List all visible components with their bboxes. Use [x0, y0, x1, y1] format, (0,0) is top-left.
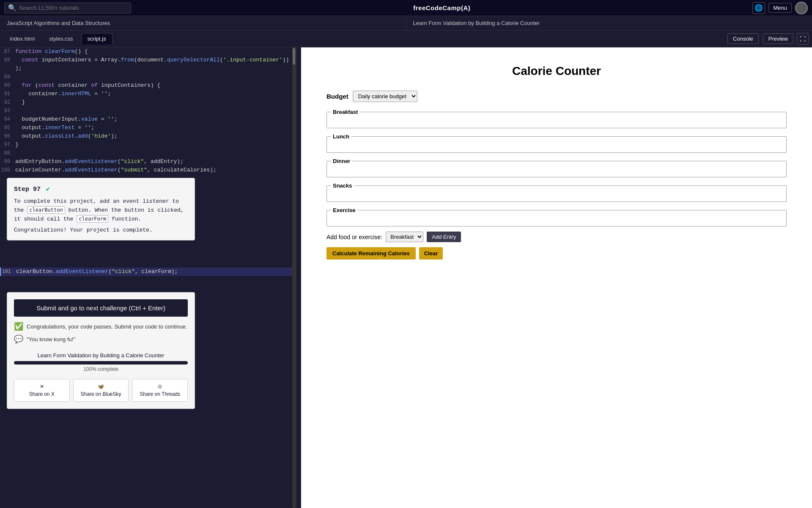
site-title: freeCodeCamp(A)	[135, 4, 748, 11]
progress-fill	[14, 361, 188, 364]
code-line-93: 93	[0, 107, 296, 115]
main-layout: 87 function clearForm() { 88 const input…	[0, 47, 812, 508]
action-buttons: Calculate Remaining Calories Clear	[326, 247, 787, 260]
code-line-94: 94 budgetNumberInput.value = '';	[0, 115, 296, 124]
bluesky-icon: 🦋	[98, 384, 104, 389]
budget-label: Budget	[326, 93, 348, 100]
exercise-fieldset: Exercise	[326, 207, 787, 226]
course-name-left: JavaScript Algorithms and Data Structure…	[0, 16, 406, 30]
share-x-label: Share on X	[29, 391, 55, 397]
tab-styles-css[interactable]: styles.css	[43, 33, 79, 44]
scrollbar-thumb	[293, 48, 295, 65]
share-threads-button[interactable]: ⊙ Share on Threads	[132, 379, 188, 402]
step-body: To complete this project, add an event l…	[14, 197, 188, 224]
share-threads-label: Share on Threads	[140, 391, 180, 397]
code-line-100: 100 calorieCounter.addEventListener("sub…	[0, 166, 296, 174]
code-line-88b: );	[0, 64, 296, 73]
dinner-fieldset: Dinner	[326, 158, 787, 177]
menu-button[interactable]: Menu	[768, 3, 792, 13]
add-entry-button[interactable]: Add Entry	[427, 232, 461, 242]
code-line-95: 95 output.innerText = '';	[0, 124, 296, 132]
code-line-89: 89	[0, 73, 296, 81]
breakfast-legend: Breakfast	[331, 109, 359, 115]
tab-index-html[interactable]: index.html	[3, 33, 41, 44]
budget-select[interactable]: Daily calorie budget	[353, 91, 417, 102]
congrats-text: Congratulations! Your project is complet…	[14, 227, 188, 233]
code-ref-clearbutton: clearButton	[27, 206, 65, 214]
code-line-92: 92 }	[0, 98, 296, 107]
clear-button[interactable]: Clear	[419, 247, 443, 260]
snacks-legend: Snacks	[331, 182, 354, 189]
progress-label: Learn Form Validation by Building a Calo…	[14, 352, 188, 359]
code-line-98: 98	[0, 149, 296, 157]
step-title: Step 97 ✔	[14, 185, 188, 193]
submit-panel: Submit and go to next challenge (Ctrl + …	[7, 292, 195, 409]
step-checkmark: ✔	[46, 186, 50, 193]
breakfast-fieldset: Breakfast	[326, 109, 787, 128]
preview-pane: Calorie Counter Budget Daily calorie bud…	[301, 47, 812, 508]
lunch-fieldset: Lunch	[326, 133, 787, 153]
pass-message: ✅ Congratulations, your code passes. Sub…	[14, 322, 188, 331]
progress-section: Learn Form Validation by Building a Calo…	[14, 352, 188, 372]
quote-message: 💬 "You know kung fu!"	[14, 334, 188, 344]
snacks-fieldset: Snacks	[326, 182, 787, 202]
lunch-legend: Lunch	[331, 133, 351, 140]
top-bar: 🔍 freeCodeCamp(A) 🌐 Menu	[0, 0, 812, 16]
x-icon: ✕	[40, 384, 44, 389]
search-input[interactable]	[19, 5, 127, 11]
share-buttons: ✕ Share on X 🦋 Share on BlueSky ⊙ Share …	[14, 379, 188, 402]
share-bluesky-label: Share on BlueSky	[80, 391, 121, 397]
code-ref-clearform: clearForm	[77, 215, 108, 223]
quote-icon: 💬	[14, 334, 23, 344]
expand-button[interactable]: ⛶	[797, 33, 809, 45]
submit-button[interactable]: Submit and go to next challenge (Ctrl + …	[14, 299, 188, 317]
code-line-88: 88 const inputContainers = Array.from(do…	[0, 56, 296, 64]
editor-pane: 87 function clearForm() { 88 const input…	[0, 47, 296, 508]
top-right-actions: 🌐 Menu	[752, 2, 808, 14]
code-line-97: 97 }	[0, 141, 296, 149]
share-bluesky-button[interactable]: 🦋 Share on BlueSky	[73, 379, 129, 402]
course-name-right: Learn Form Validation by Building a Calo…	[406, 16, 812, 30]
add-select[interactable]: Breakfast Lunch Dinner Snacks Exercise	[386, 232, 423, 242]
preview-title: Calorie Counter	[326, 64, 787, 78]
exercise-legend: Exercise	[331, 207, 357, 213]
code-line-91: 91 container.innerHTML = '';	[0, 90, 296, 98]
code-line-101[interactable]: 101 clearButton.addEventListener("click"…	[0, 268, 296, 276]
user-avatar[interactable]	[795, 2, 808, 14]
tab-script-js[interactable]: script.js	[81, 33, 112, 44]
share-x-button[interactable]: ✕ Share on X	[14, 379, 70, 402]
code-area[interactable]: 87 function clearForm() { 88 const input…	[0, 47, 296, 508]
search-icon: 🔍	[8, 4, 16, 12]
search-box[interactable]: 🔍	[4, 3, 131, 14]
pass-icon: ✅	[14, 322, 23, 331]
code-line-87: 87 function clearForm() {	[0, 47, 296, 56]
console-button[interactable]: Console	[727, 33, 759, 44]
preview-content: Calorie Counter Budget Daily calorie bud…	[301, 47, 812, 508]
threads-icon: ⊙	[158, 384, 162, 389]
pane-divider	[296, 47, 301, 508]
file-tabs: index.html styles.css script.js Console …	[0, 30, 812, 47]
globe-button[interactable]: 🌐	[752, 2, 765, 14]
dinner-legend: Dinner	[331, 158, 352, 164]
code-line-90: 90 for (const container of inputContaine…	[0, 81, 296, 90]
step-panel: Step 97 ✔ To complete this project, add …	[7, 178, 195, 240]
progress-pct: 100% complete	[14, 366, 188, 372]
code-line-99: 99 addEntryButton.addEventListener("clic…	[0, 157, 296, 166]
course-bar: JavaScript Algorithms and Data Structure…	[0, 16, 812, 30]
editor-scrollbar[interactable]	[292, 47, 296, 508]
calculate-button[interactable]: Calculate Remaining Calories	[326, 247, 416, 260]
add-row: Add food or exercise: Breakfast Lunch Di…	[326, 232, 787, 242]
budget-row: Budget Daily calorie budget	[326, 91, 787, 102]
progress-track	[14, 361, 188, 364]
code-line-96: 96 output.classList.add('hide');	[0, 132, 296, 141]
add-label: Add food or exercise:	[326, 234, 382, 240]
preview-button[interactable]: Preview	[763, 33, 793, 44]
